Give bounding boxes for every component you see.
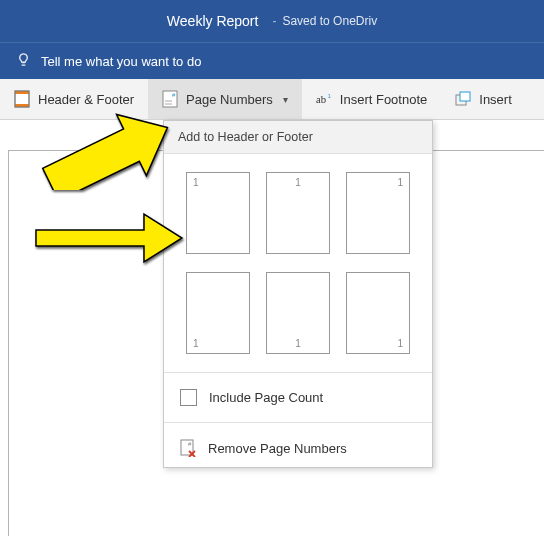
dropdown-header: Add to Header or Footer: [164, 121, 432, 154]
page-numbers-label: Page Numbers: [186, 92, 273, 107]
insert-button[interactable]: Insert: [441, 79, 526, 119]
remove-page-numbers-label: Remove Page Numbers: [208, 441, 347, 456]
save-status-text: Saved to OneDriv: [282, 14, 377, 28]
lightbulb-icon: [16, 52, 31, 70]
page-number-top-left[interactable]: 1: [186, 172, 250, 254]
page-numbers-dropdown: Add to Header or Footer 1 1 1 1 1 1 Incl…: [163, 120, 433, 468]
title-bar: Weekly Report - Saved to OneDriv: [0, 0, 544, 42]
svg-text:ab: ab: [316, 94, 326, 105]
divider: [164, 372, 432, 373]
page-number-top-right[interactable]: 1: [346, 172, 410, 254]
page-number-top-center[interactable]: 1: [266, 172, 330, 254]
save-status: - Saved to OneDriv: [272, 14, 377, 28]
svg-rect-11: [460, 92, 470, 101]
svg-text:1: 1: [327, 92, 331, 99]
include-page-count-row[interactable]: Include Page Count: [164, 379, 432, 416]
tell-me-bar[interactable]: Tell me what you want to do: [0, 42, 544, 79]
remove-page-numbers-row[interactable]: # Remove Page Numbers: [164, 429, 432, 467]
header-footer-icon: [14, 90, 30, 108]
include-page-count-label: Include Page Count: [209, 390, 323, 405]
page-number-bottom-left[interactable]: 1: [186, 272, 250, 354]
page-number-position-grid: 1 1 1 1 1 1: [164, 154, 432, 366]
insert-footnote-label: Insert Footnote: [340, 92, 427, 107]
tell-me-text: Tell me what you want to do: [41, 54, 201, 69]
remove-page-numbers-icon: #: [180, 439, 196, 457]
divider: [164, 422, 432, 423]
annotation-arrow-bottom: [34, 210, 184, 266]
include-page-count-checkbox[interactable]: [180, 389, 197, 406]
document-title: Weekly Report: [167, 13, 259, 29]
annotation-arrow-top: [39, 104, 179, 190]
insert-icon: [455, 90, 471, 108]
insert-footnote-button[interactable]: ab1 Insert Footnote: [302, 79, 441, 119]
insert-label: Insert: [479, 92, 512, 107]
page-number-bottom-right[interactable]: 1: [346, 272, 410, 354]
footnote-icon: ab1: [316, 90, 332, 108]
page-number-bottom-center[interactable]: 1: [266, 272, 330, 354]
chevron-down-icon: ▾: [283, 94, 288, 105]
